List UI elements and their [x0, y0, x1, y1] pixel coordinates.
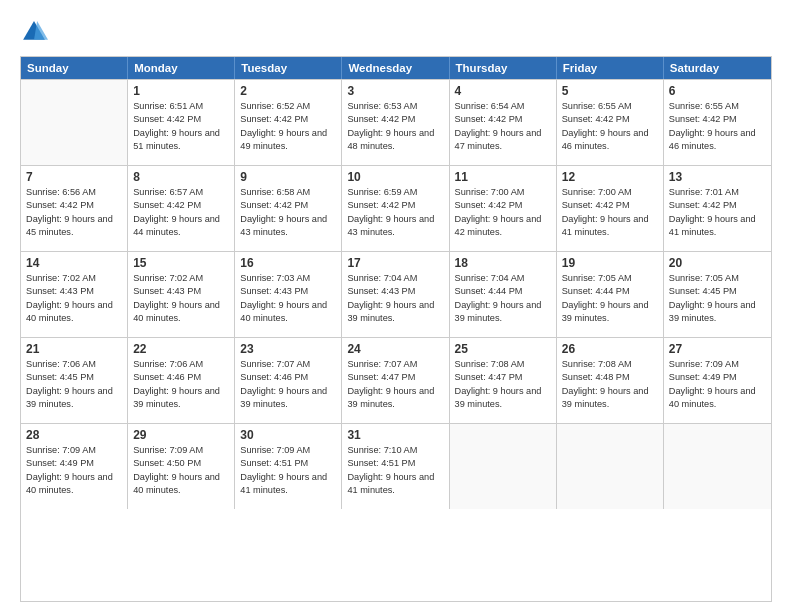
calendar-cell	[557, 424, 664, 509]
day-info: Sunrise: 6:52 AMSunset: 4:42 PMDaylight:…	[240, 100, 336, 153]
day-number: 24	[347, 342, 443, 356]
calendar-cell: 2Sunrise: 6:52 AMSunset: 4:42 PMDaylight…	[235, 80, 342, 165]
day-info: Sunrise: 6:55 AMSunset: 4:42 PMDaylight:…	[669, 100, 766, 153]
calendar-cell: 24Sunrise: 7:07 AMSunset: 4:47 PMDayligh…	[342, 338, 449, 423]
day-info: Sunrise: 7:09 AMSunset: 4:49 PMDaylight:…	[669, 358, 766, 411]
calendar-cell: 21Sunrise: 7:06 AMSunset: 4:45 PMDayligh…	[21, 338, 128, 423]
calendar-cell: 4Sunrise: 6:54 AMSunset: 4:42 PMDaylight…	[450, 80, 557, 165]
page: SundayMondayTuesdayWednesdayThursdayFrid…	[0, 0, 792, 612]
day-of-week-header: Tuesday	[235, 57, 342, 79]
day-number: 2	[240, 84, 336, 98]
calendar-cell: 7Sunrise: 6:56 AMSunset: 4:42 PMDaylight…	[21, 166, 128, 251]
day-info: Sunrise: 7:02 AMSunset: 4:43 PMDaylight:…	[26, 272, 122, 325]
header	[20, 18, 772, 46]
calendar-row: 14Sunrise: 7:02 AMSunset: 4:43 PMDayligh…	[21, 251, 771, 337]
day-info: Sunrise: 6:51 AMSunset: 4:42 PMDaylight:…	[133, 100, 229, 153]
calendar-row: 7Sunrise: 6:56 AMSunset: 4:42 PMDaylight…	[21, 165, 771, 251]
day-info: Sunrise: 7:08 AMSunset: 4:48 PMDaylight:…	[562, 358, 658, 411]
calendar-row: 28Sunrise: 7:09 AMSunset: 4:49 PMDayligh…	[21, 423, 771, 509]
day-info: Sunrise: 7:03 AMSunset: 4:43 PMDaylight:…	[240, 272, 336, 325]
day-number: 21	[26, 342, 122, 356]
day-info: Sunrise: 6:53 AMSunset: 4:42 PMDaylight:…	[347, 100, 443, 153]
calendar-cell: 1Sunrise: 6:51 AMSunset: 4:42 PMDaylight…	[128, 80, 235, 165]
day-number: 12	[562, 170, 658, 184]
calendar-cell: 23Sunrise: 7:07 AMSunset: 4:46 PMDayligh…	[235, 338, 342, 423]
day-number: 6	[669, 84, 766, 98]
day-number: 13	[669, 170, 766, 184]
calendar-cell: 22Sunrise: 7:06 AMSunset: 4:46 PMDayligh…	[128, 338, 235, 423]
calendar-header: SundayMondayTuesdayWednesdayThursdayFrid…	[21, 57, 771, 79]
day-number: 30	[240, 428, 336, 442]
day-number: 3	[347, 84, 443, 98]
calendar-cell	[21, 80, 128, 165]
day-number: 27	[669, 342, 766, 356]
day-number: 22	[133, 342, 229, 356]
day-number: 11	[455, 170, 551, 184]
calendar-cell: 9Sunrise: 6:58 AMSunset: 4:42 PMDaylight…	[235, 166, 342, 251]
day-number: 15	[133, 256, 229, 270]
day-info: Sunrise: 7:01 AMSunset: 4:42 PMDaylight:…	[669, 186, 766, 239]
day-number: 4	[455, 84, 551, 98]
day-info: Sunrise: 6:57 AMSunset: 4:42 PMDaylight:…	[133, 186, 229, 239]
calendar-cell: 30Sunrise: 7:09 AMSunset: 4:51 PMDayligh…	[235, 424, 342, 509]
calendar-cell: 5Sunrise: 6:55 AMSunset: 4:42 PMDaylight…	[557, 80, 664, 165]
day-number: 28	[26, 428, 122, 442]
day-number: 20	[669, 256, 766, 270]
day-info: Sunrise: 7:07 AMSunset: 4:46 PMDaylight:…	[240, 358, 336, 411]
day-info: Sunrise: 6:55 AMSunset: 4:42 PMDaylight:…	[562, 100, 658, 153]
day-of-week-header: Sunday	[21, 57, 128, 79]
day-number: 25	[455, 342, 551, 356]
day-number: 18	[455, 256, 551, 270]
day-of-week-header: Wednesday	[342, 57, 449, 79]
calendar-cell	[664, 424, 771, 509]
day-info: Sunrise: 7:09 AMSunset: 4:49 PMDaylight:…	[26, 444, 122, 497]
calendar-cell: 11Sunrise: 7:00 AMSunset: 4:42 PMDayligh…	[450, 166, 557, 251]
calendar: SundayMondayTuesdayWednesdayThursdayFrid…	[20, 56, 772, 602]
day-info: Sunrise: 7:02 AMSunset: 4:43 PMDaylight:…	[133, 272, 229, 325]
day-number: 14	[26, 256, 122, 270]
calendar-cell: 19Sunrise: 7:05 AMSunset: 4:44 PMDayligh…	[557, 252, 664, 337]
day-number: 10	[347, 170, 443, 184]
calendar-row: 1Sunrise: 6:51 AMSunset: 4:42 PMDaylight…	[21, 79, 771, 165]
calendar-cell: 10Sunrise: 6:59 AMSunset: 4:42 PMDayligh…	[342, 166, 449, 251]
day-number: 29	[133, 428, 229, 442]
day-info: Sunrise: 7:08 AMSunset: 4:47 PMDaylight:…	[455, 358, 551, 411]
day-number: 1	[133, 84, 229, 98]
day-info: Sunrise: 7:09 AMSunset: 4:51 PMDaylight:…	[240, 444, 336, 497]
calendar-cell: 8Sunrise: 6:57 AMSunset: 4:42 PMDaylight…	[128, 166, 235, 251]
day-info: Sunrise: 7:09 AMSunset: 4:50 PMDaylight:…	[133, 444, 229, 497]
calendar-cell: 28Sunrise: 7:09 AMSunset: 4:49 PMDayligh…	[21, 424, 128, 509]
day-of-week-header: Friday	[557, 57, 664, 79]
day-info: Sunrise: 6:59 AMSunset: 4:42 PMDaylight:…	[347, 186, 443, 239]
day-info: Sunrise: 7:00 AMSunset: 4:42 PMDaylight:…	[455, 186, 551, 239]
day-of-week-header: Monday	[128, 57, 235, 79]
calendar-cell: 13Sunrise: 7:01 AMSunset: 4:42 PMDayligh…	[664, 166, 771, 251]
day-info: Sunrise: 7:06 AMSunset: 4:45 PMDaylight:…	[26, 358, 122, 411]
day-number: 23	[240, 342, 336, 356]
day-info: Sunrise: 7:05 AMSunset: 4:45 PMDaylight:…	[669, 272, 766, 325]
day-info: Sunrise: 6:54 AMSunset: 4:42 PMDaylight:…	[455, 100, 551, 153]
day-number: 7	[26, 170, 122, 184]
day-info: Sunrise: 7:07 AMSunset: 4:47 PMDaylight:…	[347, 358, 443, 411]
calendar-body: 1Sunrise: 6:51 AMSunset: 4:42 PMDaylight…	[21, 79, 771, 509]
calendar-cell: 16Sunrise: 7:03 AMSunset: 4:43 PMDayligh…	[235, 252, 342, 337]
calendar-cell: 20Sunrise: 7:05 AMSunset: 4:45 PMDayligh…	[664, 252, 771, 337]
day-number: 5	[562, 84, 658, 98]
day-number: 16	[240, 256, 336, 270]
svg-marker-1	[34, 21, 48, 40]
calendar-cell: 15Sunrise: 7:02 AMSunset: 4:43 PMDayligh…	[128, 252, 235, 337]
day-number: 19	[562, 256, 658, 270]
calendar-cell: 25Sunrise: 7:08 AMSunset: 4:47 PMDayligh…	[450, 338, 557, 423]
day-number: 31	[347, 428, 443, 442]
calendar-cell: 27Sunrise: 7:09 AMSunset: 4:49 PMDayligh…	[664, 338, 771, 423]
day-info: Sunrise: 7:04 AMSunset: 4:44 PMDaylight:…	[455, 272, 551, 325]
day-info: Sunrise: 6:56 AMSunset: 4:42 PMDaylight:…	[26, 186, 122, 239]
calendar-cell: 14Sunrise: 7:02 AMSunset: 4:43 PMDayligh…	[21, 252, 128, 337]
calendar-cell	[450, 424, 557, 509]
calendar-cell: 6Sunrise: 6:55 AMSunset: 4:42 PMDaylight…	[664, 80, 771, 165]
day-info: Sunrise: 6:58 AMSunset: 4:42 PMDaylight:…	[240, 186, 336, 239]
day-number: 9	[240, 170, 336, 184]
calendar-cell: 31Sunrise: 7:10 AMSunset: 4:51 PMDayligh…	[342, 424, 449, 509]
calendar-cell: 29Sunrise: 7:09 AMSunset: 4:50 PMDayligh…	[128, 424, 235, 509]
calendar-cell: 17Sunrise: 7:04 AMSunset: 4:43 PMDayligh…	[342, 252, 449, 337]
